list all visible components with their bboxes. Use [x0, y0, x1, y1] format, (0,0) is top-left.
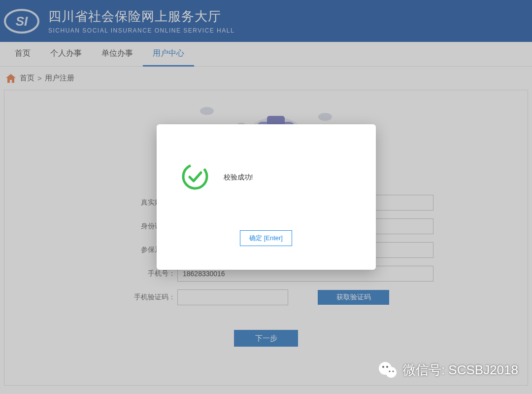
- svg-point-10: [181, 163, 209, 190]
- watermark: 微信号: SCSBJ2018: [377, 359, 518, 380]
- svg-point-12: [386, 367, 397, 378]
- svg-point-13: [382, 366, 384, 368]
- dialog-message: 校验成功!: [224, 173, 253, 182]
- success-check-icon: [181, 163, 209, 192]
- watermark-text: 微信号: SCSBJ2018: [403, 361, 518, 379]
- dialog-confirm-button[interactable]: 确定 [Enter]: [240, 230, 292, 246]
- svg-point-14: [386, 366, 388, 368]
- svg-point-16: [392, 370, 394, 372]
- wechat-icon: [377, 359, 398, 380]
- modal-overlay: 校验成功! 确定 [Enter]: [0, 0, 532, 394]
- svg-point-15: [389, 370, 390, 372]
- success-dialog: 校验成功! 确定 [Enter]: [157, 124, 376, 270]
